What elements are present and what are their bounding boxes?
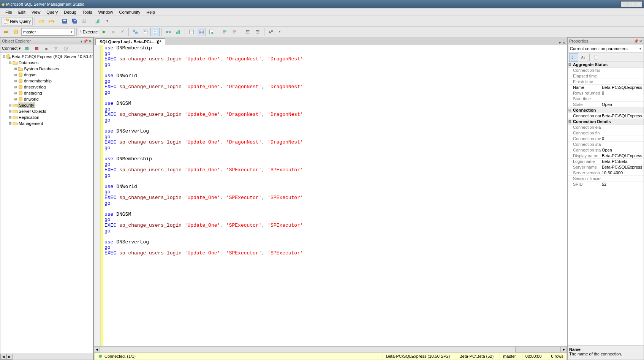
close-icon[interactable]: ✕	[89, 39, 92, 43]
results-grid-button[interactable]	[197, 28, 206, 36]
dropdown-icon[interactable]: ▾	[81, 39, 82, 43]
property-row[interactable]: SPID52	[568, 182, 644, 187]
scroll-left-button[interactable]: ◀	[94, 347, 100, 352]
indent-button[interactable]	[243, 28, 252, 36]
pin-icon[interactable]: 📌	[634, 39, 638, 43]
tree-node[interactable]: ⊞dngsm	[0, 72, 93, 78]
menu-edit[interactable]: Edit	[15, 9, 28, 15]
property-row[interactable]: Connection elapsed	[568, 125, 644, 130]
pin-icon[interactable]: 📌	[83, 39, 88, 43]
property-row[interactable]: Rows returned0	[568, 90, 644, 96]
minimize-button[interactable]: _	[620, 1, 628, 7]
property-row[interactable]: Connection rows re0	[568, 136, 644, 142]
tree-node[interactable]: ⊞Management	[0, 120, 93, 126]
connect-object-explorer-button[interactable]	[22, 44, 32, 53]
object-explorer-tree[interactable]: ⊟Beta-PC\SQLExpress (SQL Server 10.50.40…	[0, 53, 93, 354]
maximize-button[interactable]: ❐	[628, 1, 635, 7]
property-category[interactable]: Connection	[568, 107, 644, 113]
alphabetical-button[interactable]: A↓	[579, 53, 587, 62]
cancel-query-button[interactable]: ■	[109, 28, 117, 36]
tree-node[interactable]: ⊟Databases	[0, 60, 93, 66]
expand-icon[interactable]: ⊞	[13, 73, 18, 77]
print-button[interactable]	[80, 17, 89, 25]
results-file-button[interactable]	[207, 28, 216, 36]
property-row[interactable]: Server version10.50.4000	[568, 170, 644, 176]
categorized-button[interactable]	[569, 53, 578, 62]
tree-node[interactable]: ⊞Server Objects	[0, 108, 93, 114]
expand-icon[interactable]: ⊞	[13, 79, 18, 83]
expand-icon[interactable]: ⊟	[3, 55, 6, 58]
property-row[interactable]: StateOpen	[568, 102, 644, 107]
new-project-button[interactable]	[37, 17, 46, 25]
property-row[interactable]: Finish time	[568, 79, 644, 85]
property-category[interactable]: Connection Details	[568, 119, 644, 125]
tree-node[interactable]: ⊞dnserverlog	[0, 84, 93, 90]
change-connection-button[interactable]	[2, 28, 11, 36]
property-row[interactable]: Connection start tim	[568, 142, 644, 147]
menu-view[interactable]: View	[28, 9, 44, 15]
tree-node[interactable]: ⊞dnmembership	[0, 78, 93, 84]
property-row[interactable]: Start time	[568, 96, 644, 102]
property-row[interactable]: Login nameBeta-PC\Beta	[568, 159, 644, 164]
properties-object-combo[interactable]: Current connection parameters	[568, 45, 643, 52]
activity-monitor-button[interactable]	[93, 17, 102, 25]
disconnect-button[interactable]	[32, 44, 41, 53]
scroll-track[interactable]	[100, 347, 515, 352]
menu-tools[interactable]: Tools	[79, 9, 95, 15]
property-row[interactable]: Elapsed time	[568, 73, 644, 79]
property-row[interactable]: Session Tracing ID	[568, 176, 644, 182]
expand-icon[interactable]: ⊞	[8, 103, 13, 107]
available-db-button[interactable]	[11, 28, 21, 36]
sql-editor[interactable]: use DNMembershipgoEXEC sp_change_users_l…	[103, 45, 567, 346]
property-pages-button[interactable]	[592, 53, 601, 62]
tree-node[interactable]: ⊞Replication	[0, 114, 93, 120]
expand-icon[interactable]: ⊞	[8, 122, 13, 125]
uncomment-button[interactable]	[230, 28, 239, 36]
property-category[interactable]: Aggregate Status	[568, 62, 644, 68]
property-row[interactable]: Connection nameBeta-PC\SQLExpress (Be	[568, 113, 644, 119]
save-all-button[interactable]	[70, 17, 79, 25]
close-button[interactable]: ✕	[635, 1, 642, 7]
expand-icon[interactable]: ⊞	[8, 115, 13, 119]
outdent-button[interactable]	[253, 28, 262, 36]
query-options-button[interactable]	[141, 28, 150, 36]
connect-button[interactable]: Connect ▾	[2, 46, 21, 51]
include-stats-button[interactable]	[174, 28, 183, 36]
expand-icon[interactable]: ⊞	[13, 91, 18, 95]
scroll-left-button[interactable]: ◀	[0, 354, 6, 360]
display-plan-button[interactable]	[131, 28, 140, 36]
property-row[interactable]: Display nameBeta-PC\SQLExpress	[568, 153, 644, 159]
database-combo[interactable]: master	[21, 28, 74, 36]
tree-node[interactable]: ⊞System Databases	[0, 66, 93, 72]
editor-hscroll[interactable]: ◀ ▶	[94, 346, 567, 352]
document-tab[interactable]: SQLQuery1.sql - Beta-PC\.....))*	[95, 38, 165, 45]
stop-button[interactable]: ■	[42, 44, 51, 53]
property-row[interactable]: Connection stateOpen	[568, 147, 644, 153]
parse-button[interactable]: ✓	[118, 28, 127, 36]
close-tab-button[interactable]: ✕	[562, 41, 565, 45]
active-files-button[interactable]: ▾	[559, 41, 561, 45]
expand-icon[interactable]: ⊞	[13, 67, 18, 71]
execute-button[interactable]: ! Execute	[79, 28, 99, 36]
tree-node[interactable]: ⊟Beta-PC\SQLExpress (SQL Server 10.50.40…	[0, 54, 93, 60]
menu-community[interactable]: Community	[116, 9, 144, 15]
comment-button[interactable]	[220, 28, 229, 36]
expand-icon[interactable]: ⊟	[8, 61, 13, 65]
property-row[interactable]: Connection failures	[568, 68, 644, 73]
expand-icon[interactable]: ⊞	[8, 109, 13, 113]
template-parameters-button[interactable]: ▾	[275, 28, 284, 36]
menu-window[interactable]: Window	[95, 9, 116, 15]
close-icon[interactable]: ✕	[639, 39, 642, 43]
open-file-button[interactable]	[47, 17, 56, 25]
results-text-button[interactable]	[187, 28, 196, 36]
tree-node[interactable]: ⊞Security	[0, 102, 93, 108]
new-query-button[interactable]: New Query	[2, 17, 33, 25]
oe-hscroll[interactable]: ◀ ▶	[0, 354, 93, 360]
save-button[interactable]	[60, 17, 69, 25]
properties-grid[interactable]: Aggregate StatusConnection failuresElaps…	[568, 62, 644, 345]
expand-icon[interactable]: ⊞	[13, 85, 18, 89]
scroll-right-button[interactable]: ▶	[561, 347, 567, 352]
menu-help[interactable]: Help	[143, 9, 158, 15]
menu-debug[interactable]: Debug	[61, 9, 79, 15]
filter-button[interactable]	[51, 44, 60, 53]
